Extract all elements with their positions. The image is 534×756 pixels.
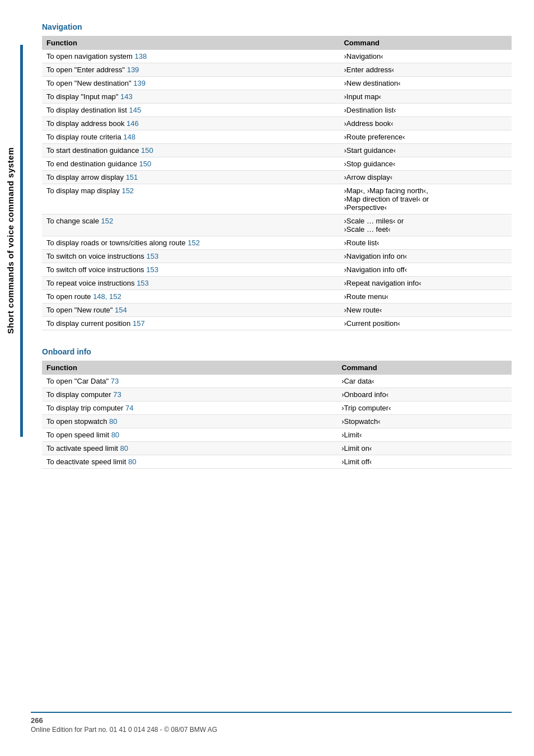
page-reference: 148, 152: [93, 292, 121, 301]
page-reference: 146: [127, 119, 139, 128]
command-cell: ›New destination‹: [339, 77, 512, 90]
table-row: To open "New route" 154›New route‹: [42, 304, 512, 317]
page-reference: 150: [139, 160, 152, 168]
function-cell: To switch off voice instructions 153: [42, 263, 339, 277]
command-cell: ›Input map‹: [339, 90, 512, 104]
function-cell: To open "New route" 154: [42, 304, 339, 317]
onboard-col-function: Function: [42, 361, 337, 375]
command-cell: ›Stop guidance‹: [339, 157, 512, 171]
footer: 266 Online Edition for Part no. 01 41 0 …: [31, 712, 512, 734]
table-row: To start destination guidance 150›Start …: [42, 144, 512, 157]
command-cell: ›Stopwatch‹: [337, 415, 512, 428]
table-row: To display computer 73›Onboard info‹: [42, 388, 512, 402]
command-cell: ›Limit off‹: [337, 455, 512, 469]
command-cell: ›Destination list‹: [339, 104, 512, 117]
page-reference: 151: [126, 173, 138, 181]
navigation-col-command: Command: [339, 36, 512, 50]
function-cell: To open speed limit 80: [42, 428, 337, 442]
function-cell: To switch on voice instructions 153: [42, 250, 339, 263]
page-reference: 153: [137, 279, 149, 287]
command-cell: ›Limit on‹: [337, 442, 512, 455]
function-cell: To change scale 152: [42, 214, 339, 236]
function-cell: To open "New destination" 139: [42, 77, 339, 90]
page-reference: 153: [146, 252, 158, 260]
table-row: To open stopwatch 80›Stopwatch‹: [42, 415, 512, 428]
table-row: To deactivate speed limit 80›Limit off‹: [42, 455, 512, 469]
function-cell: To display destination list 145: [42, 104, 339, 117]
page-reference: 152: [121, 186, 134, 195]
page-reference: 145: [129, 106, 141, 114]
command-cell: ›Navigation info off‹: [339, 263, 512, 277]
page-reference: 157: [133, 319, 145, 328]
page-reference: 80: [109, 417, 117, 426]
page-reference: 80: [111, 431, 119, 439]
command-cell: ›Arrow display‹: [339, 171, 512, 184]
command-cell: ›Route preference‹: [339, 130, 512, 144]
function-cell: To display trip computer 74: [42, 402, 337, 415]
function-cell: To display map display 152: [42, 184, 339, 214]
command-cell: ›Route list‹: [339, 236, 512, 250]
onboard-table-header-row: Function Command: [42, 361, 512, 375]
command-cell: ›Car data‹: [337, 375, 512, 388]
table-row: To display route criteria 148›Route pref…: [42, 130, 512, 144]
page-reference: 152: [188, 239, 200, 247]
page-reference: 143: [120, 92, 133, 101]
main-content: Navigation Function Command To open navi…: [31, 0, 534, 508]
command-cell: ›Navigation‹: [339, 50, 512, 63]
function-cell: To open stopwatch 80: [42, 415, 337, 428]
function-cell: To display roads or towns/cities along r…: [42, 236, 339, 250]
page-reference: 154: [115, 306, 127, 314]
command-cell: ›Trip computer‹: [337, 402, 512, 415]
onboard-table: Function Command To open "Car Data" 73›C…: [42, 361, 512, 469]
table-row: To open speed limit 80›Limit‹: [42, 428, 512, 442]
command-cell: ›New route‹: [339, 304, 512, 317]
function-cell: To open route 148, 152: [42, 290, 339, 304]
table-row: To end destination guidance 150›Stop gui…: [42, 157, 512, 171]
function-cell: To open "Car Data" 73: [42, 375, 337, 388]
page-reference: 80: [120, 444, 128, 452]
accent-bar: [20, 45, 23, 437]
navigation-col-function: Function: [42, 36, 339, 50]
table-row: To open "Car Data" 73›Car data‹: [42, 375, 512, 388]
page-reference: 138: [135, 52, 147, 60]
command-cell: ›Scale … miles‹ or ›Scale … feet‹: [339, 214, 512, 236]
function-cell: To deactivate speed limit 80: [42, 455, 337, 469]
function-cell: To activate speed limit 80: [42, 442, 337, 455]
onboard-col-command: Command: [337, 361, 512, 375]
table-row: To switch on voice instructions 153›Navi…: [42, 250, 512, 263]
onboard-section-title: Onboard info: [42, 347, 512, 356]
table-row: To display destination list 145›Destinat…: [42, 104, 512, 117]
command-cell: ›Enter address‹: [339, 63, 512, 77]
page-number: 266: [31, 716, 512, 725]
table-row: To repeat voice instructions 153›Repeat …: [42, 277, 512, 290]
sidebar-label: Short commands of voice command system: [6, 147, 15, 334]
command-cell: ›Map‹, ›Map facing north‹, ›Map directio…: [339, 184, 512, 214]
navigation-section-title: Navigation: [42, 22, 512, 31]
table-row: To display "Input map" 143›Input map‹: [42, 90, 512, 104]
function-cell: To open "Enter address" 139: [42, 63, 339, 77]
page-reference: 148: [123, 133, 135, 141]
function-cell: To start destination guidance 150: [42, 144, 339, 157]
table-row: To display arrow display 151›Arrow displ…: [42, 171, 512, 184]
command-cell: ›Route menu‹: [339, 290, 512, 304]
page-reference: 139: [127, 66, 139, 74]
function-cell: To repeat voice instructions 153: [42, 277, 339, 290]
page-reference: 139: [133, 79, 146, 87]
page-reference: 73: [111, 377, 119, 385]
page-reference: 153: [146, 265, 158, 274]
sidebar: Short commands of voice command system: [0, 45, 20, 437]
command-cell: ›Onboard info‹: [337, 388, 512, 402]
table-row: To display roads or towns/cities along r…: [42, 236, 512, 250]
navigation-table: Function Command To open navigation syst…: [42, 36, 512, 330]
table-row: To open route 148, 152›Route menu‹: [42, 290, 512, 304]
function-cell: To display arrow display 151: [42, 171, 339, 184]
command-cell: ›Navigation info on‹: [339, 250, 512, 263]
function-cell: To display computer 73: [42, 388, 337, 402]
table-row: To activate speed limit 80›Limit on‹: [42, 442, 512, 455]
table-row: To switch off voice instructions 153›Nav…: [42, 263, 512, 277]
page-reference: 74: [125, 404, 133, 412]
command-cell: ›Limit‹: [337, 428, 512, 442]
navigation-table-header-row: Function Command: [42, 36, 512, 50]
table-row: To open navigation system 138›Navigation…: [42, 50, 512, 63]
function-cell: To display route criteria 148: [42, 130, 339, 144]
